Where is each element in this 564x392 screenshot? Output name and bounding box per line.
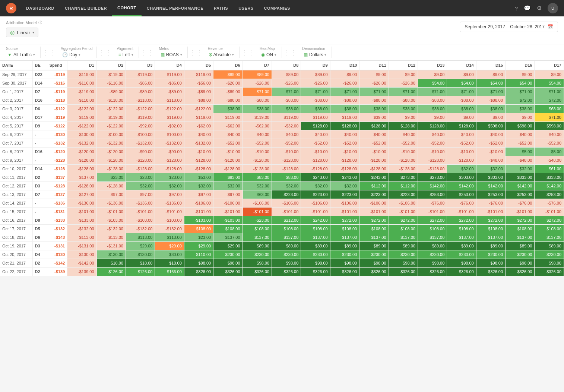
cell-date: Oct 9, 2017: [0, 156, 32, 165]
cell-d4: -$132.00: [155, 139, 184, 148]
cell-d6: -$62.00: [213, 122, 243, 130]
col-header-d6: D6: [213, 61, 243, 70]
cell-d12: -$10.00: [389, 148, 418, 156]
table-row: Sep 29, 2017D22-$119-$119.00-$119.00-$11…: [0, 70, 564, 79]
cell-d7: $108.00: [243, 225, 272, 233]
cell-d14: $253.00: [447, 190, 476, 199]
cell-d1: -$136.00: [67, 199, 96, 208]
cell-d6: -$97.00: [213, 190, 243, 199]
cell-d6: $38.00: [213, 105, 243, 113]
cell-d8: -$88.00: [272, 96, 301, 105]
help-icon[interactable]: ?: [515, 5, 518, 12]
cell-d10: $137.00: [330, 233, 359, 242]
separator-2: ⋮⋮: [98, 48, 112, 57]
cell-d6: -$128.00: [213, 165, 243, 173]
denomination-filter: Denomination ▦ Dollars ▾: [298, 47, 332, 58]
settings-icon[interactable]: ⚙: [537, 5, 542, 12]
cell-d15: -$101.00: [476, 208, 505, 216]
nav-cohort[interactable]: Cohort: [112, 0, 142, 16]
info-icon[interactable]: ⓘ: [38, 20, 42, 25]
cell-d17: -$52.00: [535, 139, 564, 148]
cell-d4: -$119.00: [155, 70, 184, 79]
cell-d9: -$128.00: [301, 156, 330, 165]
cell-d6: -$52.00: [213, 139, 243, 148]
cell-d6: $326.00: [213, 268, 243, 276]
nav-users[interactable]: Users: [233, 0, 259, 16]
cell-be: D4: [32, 250, 47, 259]
col-header-d17: D17: [535, 61, 564, 70]
cell-d5: $53.00: [184, 173, 213, 182]
cell-d13: $98.00: [418, 259, 447, 268]
cell-d3: -$119.00: [126, 113, 155, 122]
cell-d5: $110.00: [184, 250, 213, 259]
cell-date: Oct 7, 2017: [0, 139, 32, 148]
denomination-filter-button[interactable]: ▦ Dollars ▾: [302, 51, 328, 58]
denomination-caret-icon: ▾: [324, 53, 326, 57]
cell-date: Oct 1, 2017: [0, 88, 32, 96]
cell-d2: -$118.00: [96, 96, 126, 105]
table-row: Oct 21, 2017D2-$142-$142.00$18.00$18.00$…: [0, 259, 564, 268]
alignment-filter-button[interactable]: ≡ Left ▾: [117, 51, 135, 58]
cell-be: D17: [32, 113, 47, 122]
cell-d13: -$76.00: [418, 199, 447, 208]
model-selector[interactable]: ◎ Linear ▾: [6, 28, 38, 37]
metric-filter-button[interactable]: ▦ ROAS ▾: [159, 51, 184, 58]
cell-d16: -$48.00: [506, 156, 535, 165]
cell-be: -: [32, 130, 47, 139]
cell-d3: -$97.00: [126, 190, 155, 199]
cell-d12: -$88.00: [389, 96, 418, 105]
cell-be: D14: [32, 79, 47, 88]
cell-date: Oct 3, 2017: [0, 105, 32, 113]
cell-d1: -$119.00: [67, 70, 96, 79]
cell-d16: $5.00: [506, 148, 535, 156]
cell-d13: -$128.00: [418, 165, 447, 173]
cell-d15: $98.00: [476, 259, 505, 268]
cell-d13: $38.00: [418, 105, 447, 113]
aggregation-filter-button[interactable]: 🕐 Day ▾: [61, 51, 82, 58]
alignment-caret-icon: ▾: [132, 53, 133, 57]
cell-d17: $142.00: [535, 182, 564, 190]
cell-d17: $71.00: [535, 88, 564, 96]
user-avatar[interactable]: U: [548, 3, 558, 13]
cell-d9: $38.00: [301, 105, 330, 113]
cell-d17: $333.00: [535, 173, 564, 182]
nav-paths[interactable]: Paths: [209, 0, 233, 16]
cell-d1: -$132.00: [67, 139, 96, 148]
cell-d1: -$137.00: [67, 173, 96, 182]
cell-be: D3: [32, 182, 47, 190]
revenue-filter-label: Revenue: [208, 47, 235, 51]
cell-d3: $29.00: [126, 242, 155, 250]
cell-d2: -$130.00: [96, 250, 126, 259]
cell-d1: -$119.00: [67, 88, 96, 96]
cell-d17: -$48.00: [535, 156, 564, 165]
cell-d4: -$119.00: [155, 113, 184, 122]
revenue-filter: Revenue $ Absolute ▾: [204, 47, 240, 58]
separator-3: ⋮⋮: [140, 48, 154, 57]
cell-d3: -$86.00: [126, 79, 155, 88]
cell-d8: $38.00: [272, 105, 301, 113]
col-header-d5: D5: [184, 61, 213, 70]
cell-d8: -$119.00: [272, 113, 301, 122]
chat-icon[interactable]: 💬: [524, 5, 531, 12]
cell-d6: $98.00: [213, 259, 243, 268]
cell-d14: -$40.00: [447, 130, 476, 139]
nav-channel-performance[interactable]: Channel Performance: [142, 0, 209, 16]
revenue-filter-button[interactable]: $ Absolute ▾: [208, 51, 235, 58]
cell-d4: -$122.00: [155, 105, 184, 113]
source-filter-button[interactable]: ▼ All Traffic ▾: [6, 51, 37, 58]
col-header-d2: D2: [96, 61, 126, 70]
nav-companies[interactable]: Companies: [259, 0, 295, 16]
app-logo[interactable]: R: [6, 3, 16, 13]
cell-d7: $83.00: [243, 173, 272, 182]
cell-date: Oct 6, 2017: [0, 130, 32, 139]
heatmap-filter-button[interactable]: ◉ ON ▾: [260, 51, 278, 58]
nav-channel-builder[interactable]: Channel Builder: [60, 0, 112, 16]
data-table-container: DATE BE Spend D1 D2 D3 D4 D5 D6 D7 D8 D9…: [0, 61, 564, 276]
cell-be: D7: [32, 88, 47, 96]
nav-dashboard[interactable]: Dashboard: [21, 0, 60, 16]
cell-d6: $83.00: [213, 173, 243, 182]
cell-be: D6: [32, 105, 47, 113]
cell-d4: $166.00: [155, 268, 184, 276]
date-range-picker[interactable]: September 29, 2017 – October 28, 2017 📅: [460, 22, 558, 32]
cell-d16: $333.00: [506, 173, 535, 182]
